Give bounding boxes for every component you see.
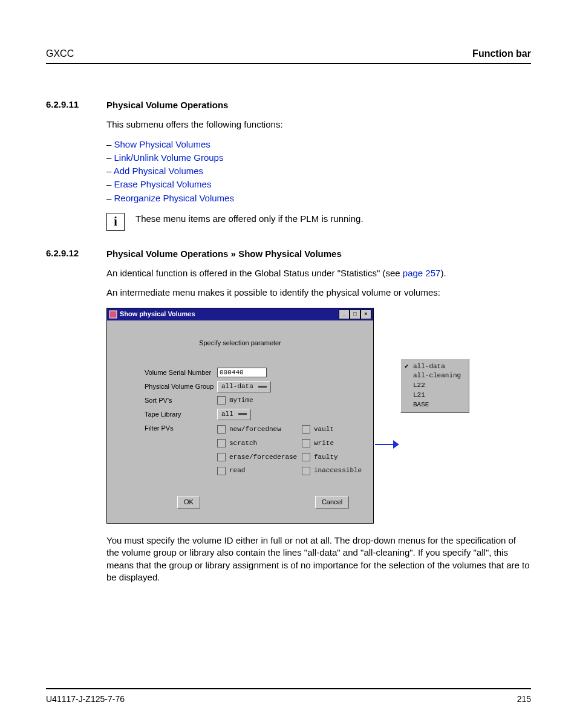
sort-checkbox[interactable] [217,396,226,405]
link-reorg-pv[interactable]: Reorganize Physical Volumes [114,193,234,203]
popup-item: L21 [405,391,465,400]
link-erase-pv[interactable]: Erase Physical Volumes [114,179,212,189]
filter-vault: vault [302,425,380,434]
header-left: GXCC [46,48,74,59]
list-item: Add Physical Volumes [106,165,531,177]
screenshot-figure: Show physical Volumes _ □ × Specify sele… [106,308,531,524]
label-filter: Filter PVs [145,424,217,433]
list-item: Erase Physical Volumes [106,178,531,190]
popup-item: ✔all-data [405,362,465,371]
filter-eraseforcederase: erase/forcederase [217,453,302,462]
section-title: Physical Volume Operations » Show Physic… [106,248,531,260]
label-sort: Sort PV's [145,396,217,405]
minimize-button[interactable]: _ [339,310,350,319]
page-header: GXCC Function bar [46,48,531,64]
vsn-input[interactable] [217,368,267,377]
section-number: 6.2.9.12 [46,248,106,591]
paragraph: You must specify the volume ID either in… [106,535,531,583]
info-icon: i [106,213,125,231]
section-intro: This submenu offers the following functi… [106,119,531,131]
filter-scratch: scratch [217,439,302,448]
label-lib: Tape Library [145,410,217,419]
paragraph: An identical function is offered in the … [106,267,531,279]
ok-button[interactable]: OK [177,496,200,509]
list-item: Link/Unlink Volume Groups [106,152,531,164]
popup-item: L22 [405,381,465,390]
app-icon [109,310,117,319]
info-note: i These menu items are offered only if t… [106,213,531,231]
popup-item: all-cleaning [405,371,465,380]
footer-page-number: 215 [517,694,531,704]
page-footer: U41117-J-Z125-7-76 215 [46,688,531,704]
section-number: 6.2.9.11 [46,99,106,248]
maximize-button[interactable]: □ [350,310,360,319]
titlebar: Show physical Volumes _ □ × [107,308,373,320]
check-icon: ✔ [405,362,411,371]
list-item: Reorganize Physical Volumes [106,192,531,204]
header-right: Function bar [472,48,531,59]
paragraph: An intermediate menu makes it possible t… [106,287,531,299]
label-pvg: Physical Volume Group [145,382,217,391]
dialog-show-physical-volumes: Show physical Volumes _ □ × Specify sele… [106,308,374,524]
list-item: Show Physical Volumes [106,138,531,151]
filter-write: write [302,439,380,448]
page-ref-link[interactable]: page 257 [403,268,441,278]
popup-item: BASE [405,400,465,409]
filter-newforcednew: new/forcednew [217,425,302,434]
section-title: Physical Volume Operations [106,99,531,111]
link-add-pv[interactable]: Add Physical Volumes [114,166,203,176]
link-show-pv[interactable]: Show Physical Volumes [114,139,210,149]
dialog-subtitle: Specify selection parameter [117,327,363,365]
dialog-title: Show physical Volumes [120,310,195,319]
svg-rect-0 [109,311,117,318]
filter-inaccessible: inaccessible [302,466,380,475]
cancel-button[interactable]: Cancel [315,496,349,509]
dropdown-icon [238,413,247,415]
close-button[interactable]: × [360,310,371,319]
dropdown-popup: ✔all-data all-cleaning L22 L21 BASE [400,359,469,413]
filter-faulty: faulty [302,453,380,462]
link-list: Show Physical Volumes Link/Unlink Volume… [106,138,531,204]
callout-arrow [375,438,399,450]
filter-read: read [217,466,302,475]
dropdown-icon [258,386,267,388]
lib-dropdown[interactable]: all [217,409,251,420]
footer-doc-id: U41117-J-Z125-7-76 [46,694,125,704]
label-vsn: Volume Serial Number [145,368,217,377]
info-text: These menu items are offered only if the… [135,213,363,225]
link-linkunlink[interactable]: Link/Unlink Volume Groups [114,152,224,163]
pvg-dropdown[interactable]: all-data [217,381,271,392]
